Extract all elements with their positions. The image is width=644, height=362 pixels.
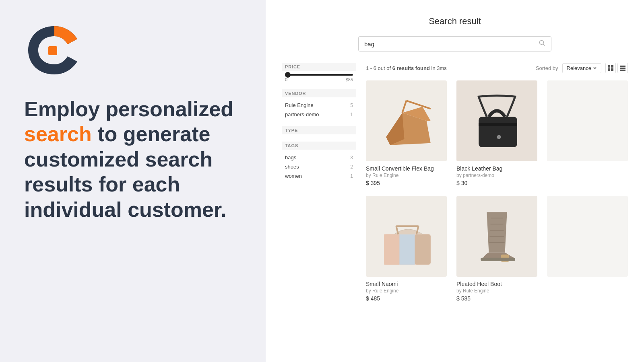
- svg-rect-16: [479, 123, 517, 126]
- tags-label: TAGS: [282, 142, 356, 150]
- price-min: 0: [285, 77, 287, 82]
- type-label: TYPE: [282, 126, 356, 134]
- product-card-2[interactable]: Black Leather Bag by partners-demo $ 30: [456, 80, 537, 186]
- svg-line-14: [407, 101, 431, 109]
- svg-rect-3: [608, 65, 610, 68]
- product-price-4: $ 485: [366, 295, 447, 302]
- tag-shoes[interactable]: shoes 2: [282, 162, 356, 171]
- list-view-button[interactable]: [617, 63, 628, 73]
- view-toggle: [605, 63, 628, 73]
- product-image-1: [366, 80, 447, 161]
- product-price-2: $ 30: [456, 180, 537, 186]
- product-grid: Small Convertible Flex Bag by Rule Engin…: [366, 80, 628, 302]
- tag-women[interactable]: women 1: [282, 171, 356, 181]
- product-name-5: Pleated Heel Boot: [456, 281, 537, 287]
- results-header: 1 - 6 out of 6 results found in 3ms Sort…: [366, 63, 628, 73]
- results-area: 1 - 6 out of 6 results found in 3ms Sort…: [366, 63, 628, 302]
- product-card-5[interactable]: Pleated Heel Boot by Rule Engine $ 585: [456, 196, 537, 302]
- price-filter: PRICE 0 $85: [282, 63, 356, 82]
- vendor-partners-demo[interactable]: partners-demo 1: [282, 110, 356, 119]
- svg-rect-7: [620, 66, 625, 67]
- right-panel: Search result PRICE: [266, 0, 644, 362]
- price-label: PRICE: [282, 63, 356, 71]
- sort-dropdown[interactable]: Relevance: [562, 63, 601, 73]
- tagline-highlight: search: [24, 122, 92, 146]
- results-time: in 3ms: [431, 65, 447, 71]
- content-area: PRICE 0 $85 VENDOR Rule Engine 5: [282, 63, 628, 302]
- results-summary: 1 - 6 out of: [366, 65, 392, 71]
- svg-point-17: [497, 135, 501, 139]
- product-card-6: [547, 196, 628, 302]
- search-bar-wrapper: [282, 36, 628, 51]
- vendor-name: Rule Engine: [285, 102, 314, 108]
- product-name-1: Small Convertible Flex Bag: [366, 165, 447, 172]
- sort-value: Relevance: [567, 65, 591, 71]
- product-name-2: Black Leather Bag: [456, 165, 537, 172]
- vendor-rule-engine[interactable]: Rule Engine 5: [282, 101, 356, 110]
- svg-line-2: [543, 44, 545, 46]
- tag-name: women: [285, 173, 302, 179]
- results-number: 6 results found: [392, 65, 430, 71]
- price-range: 0 $85: [282, 74, 356, 82]
- vendor-filter: VENDOR Rule Engine 5 partners-demo 1: [282, 89, 356, 119]
- logo: [24, 20, 85, 80]
- product-card-1[interactable]: Small Convertible Flex Bag by Rule Engin…: [366, 80, 447, 186]
- product-image-6: [547, 196, 628, 277]
- svg-rect-5: [608, 68, 610, 71]
- product-card-4[interactable]: Small Naomi by Rule Engine $ 485: [366, 196, 447, 302]
- tag-count: 1: [350, 173, 353, 179]
- list-icon: [620, 65, 625, 71]
- price-values: 0 $85: [285, 77, 353, 82]
- tags-filter: TAGS bags 3 shoes 2 women 1: [282, 142, 356, 181]
- svg-rect-15: [479, 117, 517, 147]
- results-count: 1 - 6 out of 6 results found in 3ms: [366, 65, 447, 71]
- page-title: Search result: [282, 16, 628, 27]
- svg-line-13: [402, 101, 406, 113]
- sort-label: Sorted by: [536, 65, 558, 71]
- price-slider-track[interactable]: [285, 74, 353, 76]
- product-image-2: [456, 80, 537, 161]
- filters-sidebar: PRICE 0 $85 VENDOR Rule Engine 5: [282, 63, 356, 302]
- tagline: Employ personalized search to generatecu…: [24, 97, 233, 222]
- tag-count: 2: [350, 164, 353, 170]
- search-input[interactable]: [364, 41, 539, 47]
- grid-icon: [608, 65, 613, 71]
- product-name-4: Small Naomi: [366, 281, 447, 287]
- svg-rect-31: [481, 258, 515, 261]
- product-vendor-4: by Rule Engine: [366, 288, 447, 294]
- vendor-count: 1: [350, 112, 353, 117]
- tagline-line1: Employ personalized: [24, 97, 233, 121]
- svg-rect-4: [611, 65, 613, 68]
- product-image-3: [547, 80, 628, 161]
- product-vendor-1: by Rule Engine: [366, 173, 447, 178]
- grid-view-button[interactable]: [605, 63, 616, 73]
- svg-rect-9: [620, 70, 625, 71]
- tag-bags[interactable]: bags 3: [282, 153, 356, 162]
- vendor-count: 5: [350, 103, 353, 108]
- svg-rect-20: [399, 234, 415, 264]
- vendor-label: VENDOR: [282, 89, 356, 97]
- product-image-5: [456, 196, 537, 277]
- left-panel: Employ personalized search to generatecu…: [0, 0, 266, 362]
- vendor-name: partners-demo: [285, 111, 319, 117]
- svg-rect-21: [415, 234, 431, 264]
- price-slider-thumb[interactable]: [285, 72, 291, 78]
- tag-name: shoes: [285, 164, 299, 170]
- tag-count: 3: [350, 155, 353, 160]
- price-max: $85: [346, 77, 353, 82]
- svg-rect-19: [384, 234, 399, 264]
- product-price-5: $ 585: [456, 295, 537, 302]
- type-filter: TYPE: [282, 126, 356, 134]
- product-vendor-5: by Rule Engine: [456, 288, 537, 294]
- product-price-1: $ 395: [366, 180, 447, 186]
- search-bar: [358, 36, 551, 51]
- svg-rect-8: [620, 68, 625, 69]
- product-vendor-2: by partners-demo: [456, 173, 537, 178]
- chevron-down-icon: [593, 66, 597, 70]
- product-image-4: [366, 196, 447, 277]
- svg-rect-6: [611, 68, 613, 71]
- tag-name: bags: [285, 154, 296, 160]
- product-card-3: [547, 80, 628, 186]
- svg-rect-0: [48, 46, 57, 55]
- sort-controls: Sorted by Relevance: [536, 63, 628, 73]
